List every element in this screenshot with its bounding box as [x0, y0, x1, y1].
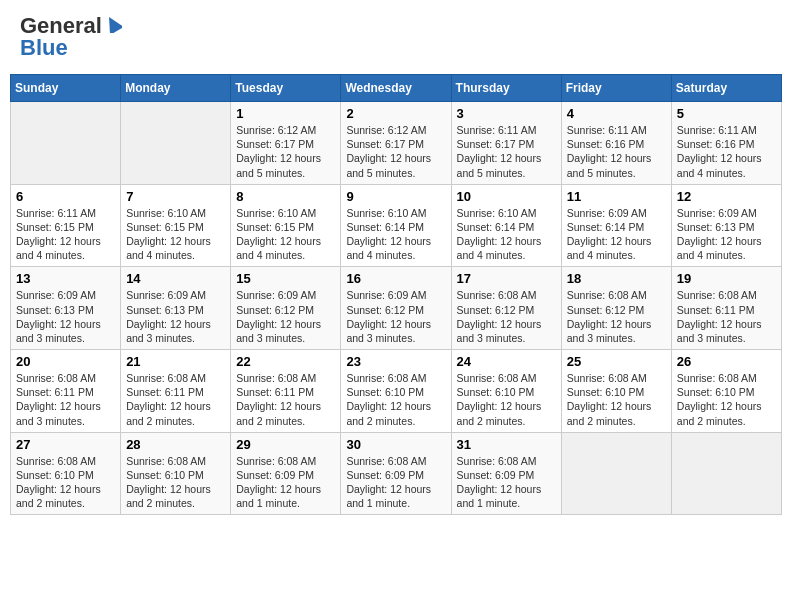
- calendar-cell: 20Sunrise: 6:08 AM Sunset: 6:11 PM Dayli…: [11, 350, 121, 433]
- calendar-cell: 16Sunrise: 6:09 AM Sunset: 6:12 PM Dayli…: [341, 267, 451, 350]
- calendar-cell: 24Sunrise: 6:08 AM Sunset: 6:10 PM Dayli…: [451, 350, 561, 433]
- weekday-header-wednesday: Wednesday: [341, 75, 451, 102]
- day-info: Sunrise: 6:08 AM Sunset: 6:12 PM Dayligh…: [567, 288, 666, 345]
- weekday-header-monday: Monday: [121, 75, 231, 102]
- day-info: Sunrise: 6:12 AM Sunset: 6:17 PM Dayligh…: [236, 123, 335, 180]
- calendar-cell: 19Sunrise: 6:08 AM Sunset: 6:11 PM Dayli…: [671, 267, 781, 350]
- day-info: Sunrise: 6:10 AM Sunset: 6:14 PM Dayligh…: [457, 206, 556, 263]
- logo: General Blue: [20, 15, 122, 59]
- day-info: Sunrise: 6:11 AM Sunset: 6:15 PM Dayligh…: [16, 206, 115, 263]
- day-info: Sunrise: 6:12 AM Sunset: 6:17 PM Dayligh…: [346, 123, 445, 180]
- calendar-cell: 17Sunrise: 6:08 AM Sunset: 6:12 PM Dayli…: [451, 267, 561, 350]
- day-info: Sunrise: 6:08 AM Sunset: 6:09 PM Dayligh…: [346, 454, 445, 511]
- calendar-cell: 1Sunrise: 6:12 AM Sunset: 6:17 PM Daylig…: [231, 102, 341, 185]
- calendar-cell: 21Sunrise: 6:08 AM Sunset: 6:11 PM Dayli…: [121, 350, 231, 433]
- logo-icon: [104, 15, 122, 33]
- calendar-cell: 18Sunrise: 6:08 AM Sunset: 6:12 PM Dayli…: [561, 267, 671, 350]
- calendar-cell: 7Sunrise: 6:10 AM Sunset: 6:15 PM Daylig…: [121, 184, 231, 267]
- calendar-cell: 10Sunrise: 6:10 AM Sunset: 6:14 PM Dayli…: [451, 184, 561, 267]
- day-number: 21: [126, 354, 225, 369]
- day-info: Sunrise: 6:09 AM Sunset: 6:13 PM Dayligh…: [677, 206, 776, 263]
- day-info: Sunrise: 6:08 AM Sunset: 6:10 PM Dayligh…: [567, 371, 666, 428]
- day-info: Sunrise: 6:09 AM Sunset: 6:12 PM Dayligh…: [346, 288, 445, 345]
- calendar-cell: 5Sunrise: 6:11 AM Sunset: 6:16 PM Daylig…: [671, 102, 781, 185]
- calendar-cell: [121, 102, 231, 185]
- calendar-cell: 28Sunrise: 6:08 AM Sunset: 6:10 PM Dayli…: [121, 432, 231, 515]
- calendar-week-2: 6Sunrise: 6:11 AM Sunset: 6:15 PM Daylig…: [11, 184, 782, 267]
- page-header: General Blue: [10, 10, 782, 64]
- calendar-table: SundayMondayTuesdayWednesdayThursdayFrid…: [10, 74, 782, 515]
- calendar-cell: 12Sunrise: 6:09 AM Sunset: 6:13 PM Dayli…: [671, 184, 781, 267]
- day-number: 9: [346, 189, 445, 204]
- day-info: Sunrise: 6:08 AM Sunset: 6:09 PM Dayligh…: [236, 454, 335, 511]
- day-number: 1: [236, 106, 335, 121]
- calendar-cell: 9Sunrise: 6:10 AM Sunset: 6:14 PM Daylig…: [341, 184, 451, 267]
- day-info: Sunrise: 6:09 AM Sunset: 6:14 PM Dayligh…: [567, 206, 666, 263]
- calendar-week-5: 27Sunrise: 6:08 AM Sunset: 6:10 PM Dayli…: [11, 432, 782, 515]
- day-number: 27: [16, 437, 115, 452]
- day-info: Sunrise: 6:08 AM Sunset: 6:11 PM Dayligh…: [677, 288, 776, 345]
- day-info: Sunrise: 6:08 AM Sunset: 6:10 PM Dayligh…: [677, 371, 776, 428]
- calendar-cell: 14Sunrise: 6:09 AM Sunset: 6:13 PM Dayli…: [121, 267, 231, 350]
- logo-general-text: General: [20, 15, 102, 37]
- calendar-cell: 31Sunrise: 6:08 AM Sunset: 6:09 PM Dayli…: [451, 432, 561, 515]
- calendar-cell: 8Sunrise: 6:10 AM Sunset: 6:15 PM Daylig…: [231, 184, 341, 267]
- calendar-cell: 23Sunrise: 6:08 AM Sunset: 6:10 PM Dayli…: [341, 350, 451, 433]
- day-number: 15: [236, 271, 335, 286]
- day-info: Sunrise: 6:11 AM Sunset: 6:17 PM Dayligh…: [457, 123, 556, 180]
- day-number: 25: [567, 354, 666, 369]
- day-info: Sunrise: 6:11 AM Sunset: 6:16 PM Dayligh…: [677, 123, 776, 180]
- day-number: 3: [457, 106, 556, 121]
- day-info: Sunrise: 6:09 AM Sunset: 6:12 PM Dayligh…: [236, 288, 335, 345]
- day-number: 12: [677, 189, 776, 204]
- day-info: Sunrise: 6:08 AM Sunset: 6:10 PM Dayligh…: [457, 371, 556, 428]
- weekday-header-sunday: Sunday: [11, 75, 121, 102]
- calendar-cell: 29Sunrise: 6:08 AM Sunset: 6:09 PM Dayli…: [231, 432, 341, 515]
- day-number: 23: [346, 354, 445, 369]
- day-info: Sunrise: 6:10 AM Sunset: 6:15 PM Dayligh…: [236, 206, 335, 263]
- day-info: Sunrise: 6:11 AM Sunset: 6:16 PM Dayligh…: [567, 123, 666, 180]
- day-info: Sunrise: 6:08 AM Sunset: 6:11 PM Dayligh…: [236, 371, 335, 428]
- calendar-cell: 4Sunrise: 6:11 AM Sunset: 6:16 PM Daylig…: [561, 102, 671, 185]
- day-info: Sunrise: 6:08 AM Sunset: 6:10 PM Dayligh…: [126, 454, 225, 511]
- calendar-cell: [11, 102, 121, 185]
- calendar-cell: 11Sunrise: 6:09 AM Sunset: 6:14 PM Dayli…: [561, 184, 671, 267]
- day-number: 28: [126, 437, 225, 452]
- day-number: 30: [346, 437, 445, 452]
- day-number: 18: [567, 271, 666, 286]
- day-number: 2: [346, 106, 445, 121]
- calendar-cell: 6Sunrise: 6:11 AM Sunset: 6:15 PM Daylig…: [11, 184, 121, 267]
- day-info: Sunrise: 6:08 AM Sunset: 6:09 PM Dayligh…: [457, 454, 556, 511]
- day-number: 4: [567, 106, 666, 121]
- day-number: 31: [457, 437, 556, 452]
- day-number: 11: [567, 189, 666, 204]
- day-number: 20: [16, 354, 115, 369]
- day-info: Sunrise: 6:08 AM Sunset: 6:12 PM Dayligh…: [457, 288, 556, 345]
- day-info: Sunrise: 6:09 AM Sunset: 6:13 PM Dayligh…: [16, 288, 115, 345]
- calendar-cell: 26Sunrise: 6:08 AM Sunset: 6:10 PM Dayli…: [671, 350, 781, 433]
- weekday-header-saturday: Saturday: [671, 75, 781, 102]
- day-info: Sunrise: 6:08 AM Sunset: 6:10 PM Dayligh…: [16, 454, 115, 511]
- day-number: 13: [16, 271, 115, 286]
- logo-blue-text: Blue: [20, 35, 68, 60]
- svg-marker-0: [104, 15, 122, 33]
- day-number: 22: [236, 354, 335, 369]
- day-number: 19: [677, 271, 776, 286]
- day-number: 7: [126, 189, 225, 204]
- weekday-header-friday: Friday: [561, 75, 671, 102]
- day-number: 8: [236, 189, 335, 204]
- calendar-cell: [561, 432, 671, 515]
- day-info: Sunrise: 6:09 AM Sunset: 6:13 PM Dayligh…: [126, 288, 225, 345]
- calendar-cell: 22Sunrise: 6:08 AM Sunset: 6:11 PM Dayli…: [231, 350, 341, 433]
- calendar-week-3: 13Sunrise: 6:09 AM Sunset: 6:13 PM Dayli…: [11, 267, 782, 350]
- calendar-week-4: 20Sunrise: 6:08 AM Sunset: 6:11 PM Dayli…: [11, 350, 782, 433]
- day-number: 29: [236, 437, 335, 452]
- day-info: Sunrise: 6:08 AM Sunset: 6:11 PM Dayligh…: [126, 371, 225, 428]
- day-info: Sunrise: 6:10 AM Sunset: 6:15 PM Dayligh…: [126, 206, 225, 263]
- day-number: 6: [16, 189, 115, 204]
- calendar-cell: 3Sunrise: 6:11 AM Sunset: 6:17 PM Daylig…: [451, 102, 561, 185]
- day-info: Sunrise: 6:08 AM Sunset: 6:11 PM Dayligh…: [16, 371, 115, 428]
- calendar-cell: 13Sunrise: 6:09 AM Sunset: 6:13 PM Dayli…: [11, 267, 121, 350]
- calendar-cell: 25Sunrise: 6:08 AM Sunset: 6:10 PM Dayli…: [561, 350, 671, 433]
- day-info: Sunrise: 6:08 AM Sunset: 6:10 PM Dayligh…: [346, 371, 445, 428]
